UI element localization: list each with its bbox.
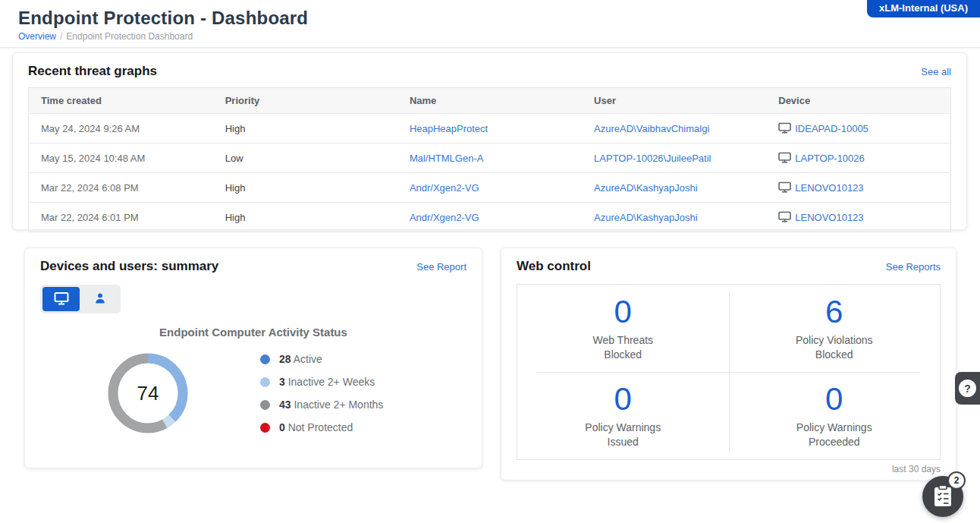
breadcrumb-current: Endpoint Protection Dashboard [66, 31, 193, 42]
horizontal-divider [537, 372, 920, 373]
user-icon [94, 292, 106, 307]
threat-row: Mar 22, 2024 6:08 PMHighAndr/Xgen2-VGAzu… [29, 173, 951, 203]
legend-item-not-protected: 0 Not Protected [260, 421, 383, 433]
col-time-created: Time created [29, 88, 213, 114]
dashboard-content: Recent threat graphs See all Time create… [0, 48, 980, 480]
threats-table: Time created Priority Name User Device M… [28, 87, 951, 232]
col-name: Name [397, 88, 582, 114]
breadcrumb: Overview/Endpoint Protection Dashboard [18, 31, 980, 42]
legend-dot-active [260, 354, 270, 364]
threat-user-link[interactable]: AzureAD\VaibhavChimalgi [594, 123, 709, 134]
legend-item-inactive-weeks: 3 Inactive 2+ Weeks [260, 376, 383, 388]
web-control-stats-grid: 0 Web Threats Blocked 6 Policy Violation… [517, 284, 941, 460]
activity-donut-chart: 74 [102, 348, 193, 439]
monitor-icon [54, 291, 69, 307]
threat-time: Mar 22, 2024 6:01 PM [29, 203, 213, 232]
web-control-title: Web control [517, 259, 591, 274]
threat-device-link[interactable]: LAPTOP-10026 [795, 153, 865, 164]
threat-name-link[interactable]: Andr/Xgen2-VG [410, 212, 479, 223]
donut-total-value: 74 [102, 348, 193, 439]
donut-legend: 28 Active 3 Inactive 2+ Weeks 43 Inactiv… [260, 353, 383, 433]
threat-device-link[interactable]: LENOVO10123 [795, 182, 863, 194]
threat-name-link[interactable]: Andr/Xgen2-VG [410, 182, 479, 194]
threat-device-link[interactable]: LENOVO10123 [795, 212, 863, 223]
web-control-card: Web control See Reports 0 Web Threats Bl… [501, 247, 956, 480]
col-priority: Priority [213, 88, 397, 114]
threat-user-link[interactable]: AzureAD\KashyapJoshi [594, 182, 698, 194]
legend-dot-inactive-weeks [260, 377, 270, 387]
stat-policy-warnings-proceeded: 0 Policy Warnings Proceeded [729, 372, 941, 459]
tasks-count-badge: 2 [947, 471, 966, 490]
legend-item-inactive-months: 43 Inactive 2+ Months [260, 399, 383, 411]
threat-time: May 24, 2024 9:26 AM [29, 114, 213, 143]
recent-threats-card: Recent threat graphs See all Time create… [12, 52, 967, 230]
threat-row: May 24, 2024 9:26 AMHighHeapHeapProtectA… [29, 114, 951, 143]
threat-time: Mar 22, 2024 6:08 PM [29, 173, 213, 203]
page-header: xLM-Internal (USA) Endpoint Protection -… [0, 0, 980, 48]
question-mark-icon: ? [959, 380, 976, 397]
threat-time: May 15, 2024 10:48 AM [29, 143, 213, 173]
threat-row: May 15, 2024 10:48 AMLowMal/HTMLGen-ALAP… [29, 143, 951, 173]
users-toggle-button[interactable] [81, 287, 118, 311]
activity-status-chart-title: Endpoint Computer Activity Status [40, 326, 466, 339]
threat-user-link[interactable]: LAPTOP-10026\JuileePatil [594, 153, 711, 164]
last-30-days-note: last 30 days [517, 464, 941, 474]
device-monitor-icon [778, 150, 791, 165]
device-monitor-icon [778, 210, 791, 225]
see-reports-link[interactable]: See Reports [886, 261, 941, 273]
threat-priority: High [213, 203, 397, 232]
threat-priority: Low [213, 143, 397, 173]
threat-priority: High [213, 114, 397, 143]
threat-name-link[interactable]: HeapHeapProtect [410, 123, 488, 134]
col-user: User [582, 88, 766, 114]
threat-user-link[interactable]: AzureAD\KashyapJoshi [594, 212, 698, 223]
devices-toggle-button[interactable] [42, 287, 80, 311]
legend-dot-not-protected [260, 423, 270, 433]
page-title: Endpoint Protection - Dashboard [18, 8, 980, 29]
tasks-fab-button[interactable]: 2 [922, 476, 963, 517]
region-badge: xLM-Internal (USA) [867, 0, 980, 17]
device-monitor-icon [778, 180, 791, 195]
stat-web-threats-blocked: 0 Web Threats Blocked [517, 285, 729, 372]
breadcrumb-separator: / [60, 31, 62, 42]
devices-users-card: Devices and users: summary See Report [24, 247, 482, 468]
stat-policy-warnings-issued: 0 Policy Warnings Issued [517, 372, 729, 459]
help-button[interactable]: ? [955, 372, 980, 405]
devices-users-title: Devices and users: summary [40, 259, 218, 274]
col-device: Device [766, 88, 950, 114]
threat-row: Mar 22, 2024 6:01 PMHighAndr/Xgen2-VGAzu… [29, 203, 951, 232]
threats-table-header-row: Time created Priority Name User Device [29, 88, 951, 114]
see-all-link[interactable]: See all [921, 66, 951, 77]
threat-device-link[interactable]: IDEAPAD-10005 [795, 123, 868, 134]
threat-name-link[interactable]: Mal/HTMLGen-A [410, 153, 484, 164]
see-report-link[interactable]: See Report [416, 261, 466, 273]
legend-item-active: 28 Active [260, 353, 383, 365]
device-monitor-icon [778, 121, 791, 136]
stat-policy-violations-blocked: 6 Policy Violations Blocked [729, 285, 941, 372]
task-list-icon [933, 484, 953, 509]
recent-threats-title: Recent threat graphs [28, 64, 157, 79]
threat-priority: High [213, 173, 397, 203]
legend-dot-inactive-months [260, 400, 270, 410]
device-user-toggle [40, 285, 121, 313]
breadcrumb-overview-link[interactable]: Overview [18, 31, 56, 42]
